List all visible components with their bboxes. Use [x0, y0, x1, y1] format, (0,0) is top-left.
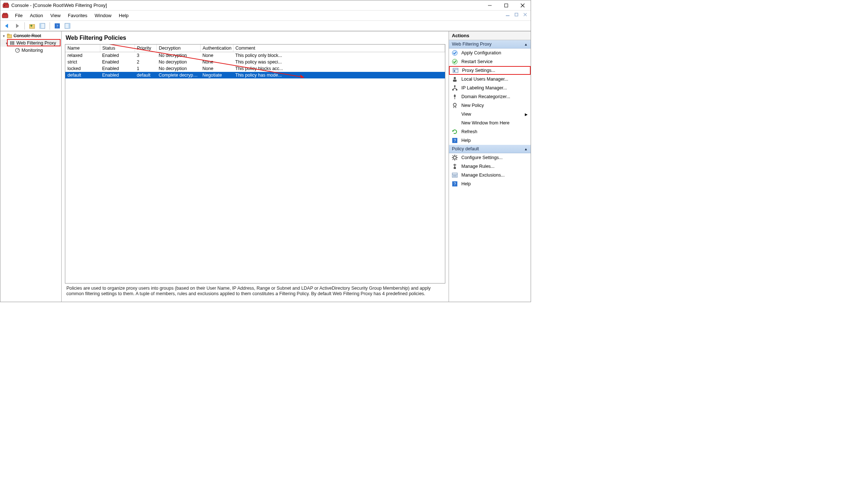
- col-auth[interactable]: Authentication: [200, 45, 233, 52]
- policies-description: Policies are used to organize proxy user…: [63, 283, 447, 301]
- up-level-button[interactable]: [28, 22, 36, 30]
- table-cell-name: default: [65, 72, 100, 78]
- window-buttons: [481, 0, 531, 11]
- action-label: IP Labeling Manager...: [461, 85, 528, 90]
- table-header-row: Name Status Priority Decryption Authenti…: [65, 45, 445, 52]
- action-label: Refresh: [461, 129, 528, 134]
- action-help2[interactable]: ?Help: [449, 180, 531, 188]
- mdi-restore-icon[interactable]: [514, 12, 521, 19]
- col-decryption[interactable]: Decryption: [156, 45, 200, 52]
- mdi-close-icon[interactable]: [523, 12, 530, 19]
- table-cell-comment: This policy has mode...: [233, 72, 445, 78]
- menu-action[interactable]: Action: [26, 11, 47, 20]
- table-row[interactable]: lockedEnabled1No decryptionNoneThis poli…: [65, 65, 445, 72]
- col-comment[interactable]: Comment: [233, 45, 445, 52]
- close-button[interactable]: [514, 0, 531, 11]
- minimize-button[interactable]: [481, 0, 498, 11]
- actions-group-policy-header[interactable]: Policy default ▲: [449, 145, 531, 153]
- help-button[interactable]: ?: [53, 22, 62, 30]
- action-local-users[interactable]: Local Users Manager...: [449, 75, 531, 84]
- tree-wfp-label: Web Filtering Proxy: [16, 40, 56, 46]
- table-cell-auth: None: [200, 52, 233, 59]
- policies-table: Name Status Priority Decryption Authenti…: [65, 45, 445, 78]
- gauge-icon: [15, 47, 20, 53]
- svg-rect-40: [456, 89, 457, 90]
- menu-file[interactable]: File: [11, 11, 26, 20]
- action-view[interactable]: View▶: [449, 110, 531, 119]
- svg-rect-23: [7, 34, 9, 35]
- table-row[interactable]: relaxedEnabled3No decryptionNoneThis pol…: [65, 52, 445, 59]
- svg-rect-63: [454, 167, 456, 169]
- col-status[interactable]: Status: [100, 45, 135, 52]
- svg-rect-38: [454, 85, 456, 87]
- body-area: ▾ Console Root ▾ Web Filtering Proxy Mon…: [0, 31, 531, 302]
- action-manage-exclusions[interactable]: Manage Exclusions...: [449, 171, 531, 180]
- actions-group-proxy: Apply ConfigurationRestart ServiceProxy …: [449, 49, 531, 145]
- menu-help[interactable]: Help: [115, 11, 132, 20]
- table-cell-priority: 3: [135, 52, 156, 59]
- svg-line-48: [456, 106, 456, 108]
- table-row[interactable]: defaultEnableddefaultComplete decryption…: [65, 72, 445, 78]
- table-cell-comment: This policy was speci...: [233, 59, 445, 65]
- actions-group-proxy-header[interactable]: Web Filtering Proxy ▲: [449, 40, 531, 49]
- toolbar: ?: [0, 21, 531, 31]
- table-cell-comment: This policy blocks acc...: [233, 65, 445, 72]
- action-restart-service[interactable]: Restart Service: [449, 57, 531, 66]
- svg-rect-64: [452, 173, 457, 177]
- nav-back-button[interactable]: [3, 22, 11, 30]
- action-new-policy[interactable]: New Policy: [449, 101, 531, 110]
- settings-panel-icon: [453, 67, 458, 73]
- action-label: Local Users Manager...: [461, 77, 528, 82]
- svg-line-60: [453, 159, 453, 160]
- svg-line-57: [453, 155, 453, 156]
- nav-forward-button[interactable]: [13, 22, 22, 30]
- svg-text:?: ?: [454, 138, 456, 143]
- help-icon: ?: [452, 181, 458, 187]
- table-cell-decryption: Complete decryption: [156, 72, 200, 78]
- tree-monitoring[interactable]: Monitoring: [0, 47, 61, 54]
- center-pane: Web Filtering Policies Name Status Prior…: [62, 31, 449, 302]
- table-cell-comment: This policy only block...: [233, 52, 445, 59]
- action-refresh[interactable]: Refresh: [449, 127, 531, 136]
- table-cell-status: Enabled: [100, 65, 135, 72]
- actions-pane: Actions Web Filtering Proxy ▲ Apply Conf…: [449, 31, 531, 302]
- mdi-minimize-icon[interactable]: [505, 12, 512, 19]
- tree-web-filtering-proxy[interactable]: ▾ Web Filtering Proxy: [0, 39, 61, 47]
- maximize-button[interactable]: [498, 0, 514, 11]
- show-hide-tree-button[interactable]: [38, 22, 47, 30]
- action-label: Help: [461, 181, 528, 186]
- app-menu-icon[interactable]: [2, 12, 8, 19]
- col-priority[interactable]: Priority: [135, 45, 156, 52]
- action-new-window[interactable]: New Window from Here: [449, 119, 531, 127]
- action-configure-settings[interactable]: Configure Settings...: [449, 153, 531, 162]
- svg-rect-39: [452, 89, 454, 90]
- table-cell-decryption: No decryption: [156, 59, 200, 65]
- show-hide-action-button[interactable]: [63, 22, 72, 30]
- folder-icon: [7, 33, 12, 39]
- table-cell-status: Enabled: [100, 72, 135, 78]
- action-label: New Policy: [461, 103, 528, 108]
- action-label: Manage Rules...: [461, 164, 528, 169]
- action-label: New Window from Here: [461, 120, 528, 126]
- action-help[interactable]: ?Help: [449, 136, 531, 145]
- menu-window[interactable]: Window: [91, 11, 115, 20]
- menu-view[interactable]: View: [47, 11, 64, 20]
- col-name[interactable]: Name: [65, 45, 100, 52]
- table-cell-decryption: No decryption: [156, 52, 200, 59]
- action-manage-rules[interactable]: Manage Rules...: [449, 162, 531, 171]
- table-cell-name: relaxed: [65, 52, 100, 59]
- tree-console-root[interactable]: ▾ Console Root: [0, 32, 61, 39]
- window-title: Console - [Console Root\Web Filtering Pr…: [11, 3, 481, 8]
- svg-line-58: [456, 159, 457, 160]
- titlebar: Console - [Console Root\Web Filtering Pr…: [0, 0, 531, 11]
- menu-favorites[interactable]: Favorites: [64, 11, 91, 20]
- action-apply-config[interactable]: Apply Configuration: [449, 49, 531, 57]
- table-row[interactable]: strictEnabled2No decryptionNoneThis poli…: [65, 59, 445, 65]
- action-domain-recat[interactable]: Domain Recategorizer...: [449, 92, 531, 101]
- action-ip-labeling[interactable]: IP Labeling Manager...: [449, 84, 531, 92]
- policies-table-wrap: Name Status Priority Decryption Authenti…: [65, 44, 445, 283]
- gear-icon: [452, 155, 458, 161]
- table-cell-decryption: No decryption: [156, 65, 200, 72]
- blank-icon: [452, 111, 458, 117]
- action-proxy-settings[interactable]: Proxy Settings...: [449, 66, 531, 75]
